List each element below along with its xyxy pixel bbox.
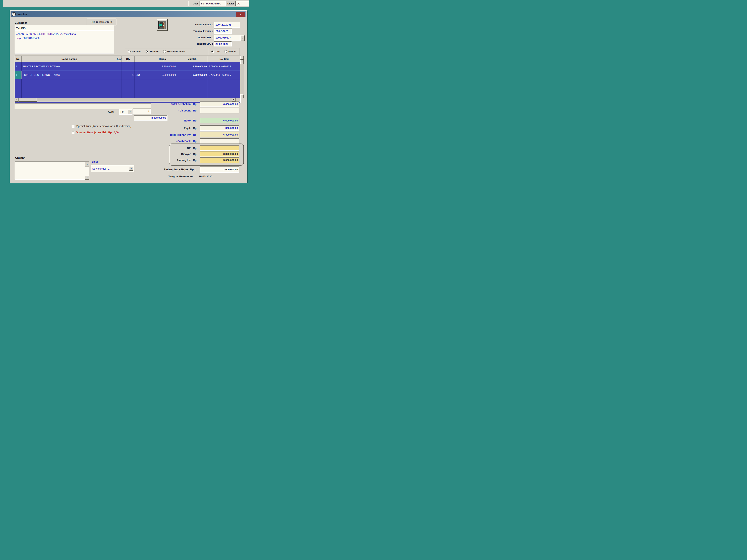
user-field[interactable]: SETYANINGSIH C (200, 1, 226, 6)
empty-cell (208, 88, 240, 98)
cell-nama[interactable]: PRINTER BROTHER DCP-T710W (22, 71, 117, 79)
radio-reseller-dealer[interactable]: Reseller/Dealer (163, 50, 185, 53)
pria-label: Pria (216, 50, 221, 53)
rp-label: Rp (193, 133, 197, 136)
hscroll-thumb[interactable] (19, 98, 37, 102)
tanggal-invoice-field[interactable]: 29-02-2020 (214, 28, 232, 34)
sales-dropdown-arrow[interactable]: ▼ (129, 167, 133, 171)
scroll-right-button[interactable]: ▶ (232, 98, 236, 102)
col-header-unit[interactable] (135, 56, 148, 62)
cell-jumlah[interactable]: 3.300.000,00 (177, 62, 208, 71)
titlebar[interactable]: C Invoice ✕ (10, 11, 246, 18)
catatan-textarea[interactable] (15, 161, 89, 180)
pria-radio-icon[interactable] (211, 50, 214, 53)
pribadi-radio-icon[interactable] (146, 50, 149, 53)
col-resize-cursor-icon: ↔ (117, 56, 121, 61)
kurs-currency-combo[interactable]: Rp ▼ (119, 109, 132, 115)
dibayar-field[interactable]: 3.300.000,00 (200, 151, 239, 157)
netto-field: 6.600.000,00 (200, 118, 239, 123)
voucher-row[interactable]: Voucher Belanja, senilai : Rp 0,00 (72, 131, 119, 134)
exit-button[interactable] (157, 19, 168, 31)
total-tagihan-label: Total Tagihan Inv (159, 133, 191, 136)
spesial-kurs-row[interactable]: Spesial Kurs (Kurs Pembayaran = Kurs Inv… (72, 125, 131, 128)
customer-label: Customer : (15, 21, 28, 24)
rp-label: Rp (193, 159, 197, 162)
nomor-invoice-field[interactable]: 139R2010235 (214, 22, 240, 28)
cell-no-selected[interactable]: 1 (15, 71, 22, 79)
table-row[interactable]: 1 PRINTER BROTHER DCP-T710W 1 3.300.000,… (15, 62, 240, 71)
scroll-up-button[interactable]: ▲ (240, 56, 244, 60)
scroll-left-button[interactable]: ◀ (15, 98, 19, 102)
table-header-row: No. Nama Barang Type Qty Harga Jumlah No… (15, 56, 240, 62)
radio-pria[interactable]: Pria (211, 50, 221, 53)
cell-qty[interactable]: 1 (122, 62, 135, 71)
tanggal-invoice-label: Tanggal Invoice : (183, 30, 213, 32)
radio-pribadi[interactable]: Pribadi (146, 50, 159, 53)
catatan-scroll-up-button[interactable]: ▲ (85, 162, 89, 166)
col-header-nama-barang[interactable]: Nama Barang (22, 56, 117, 62)
tanggal-pelunasan-value: 29-02-2020 (199, 175, 212, 178)
close-button[interactable]: ✕ (236, 12, 245, 18)
customer-address-field[interactable]: JALAN PARIK KM 4,5 GG DIRGANTARA, Yogyak… (15, 31, 114, 54)
col-header-jumlah[interactable]: Jumlah (177, 56, 208, 62)
scroll-down-button[interactable]: ▼ (240, 94, 244, 98)
wanita-radio-icon[interactable] (224, 50, 227, 53)
piutang-pajak-rp-label: Rp. : (190, 168, 196, 171)
nomor-spb-dropdown-arrow[interactable]: ▼ (240, 35, 245, 41)
cell-type[interactable] (117, 71, 122, 79)
tanggal-spb-field[interactable]: 29-02-2020 (214, 41, 232, 47)
pilih-customer-spk-button[interactable]: Pilih Customer SPK (87, 19, 116, 25)
customer-name-field[interactable]: VERINA (15, 25, 114, 31)
nomor-invoice-label: Nomor Invoice : (183, 23, 213, 26)
empty-cell (22, 88, 117, 98)
kurs-currency-value: Rp (121, 110, 128, 113)
cell-no[interactable]: 1 (15, 62, 22, 71)
cell-qty[interactable]: 1 (122, 71, 135, 79)
sales-combo[interactable]: Setyaningsih C ▼ (91, 165, 134, 172)
cell-harga[interactable]: 3.300.000,00 (148, 62, 177, 71)
discount-field[interactable] (200, 108, 239, 113)
empty-cell (177, 88, 208, 98)
voucher-checkbox[interactable] (72, 131, 75, 134)
empty-cell (117, 79, 122, 88)
col-header-qty[interactable]: Qty (122, 56, 135, 62)
radio-instansi[interactable]: Instansi (128, 50, 141, 53)
instansi-label: Instansi (132, 50, 141, 53)
instansi-radio-icon[interactable] (128, 50, 131, 53)
nomor-spb-field[interactable]: 139J2010237 (214, 35, 240, 41)
col-header-no-seri[interactable]: No. Seri (208, 56, 240, 62)
cash-back-label: - Cash Back (159, 140, 191, 142)
table-vscrollbar[interactable]: ▲ ▼ (240, 56, 244, 98)
tanggal-spb-label: Tanggal SPB : (183, 43, 213, 45)
reseller-radio-icon[interactable] (163, 50, 166, 53)
empty-cell (177, 79, 208, 88)
piutang-inv-field: 3.000.000,00 (200, 157, 239, 163)
col-header-harga[interactable]: Harga (148, 56, 177, 62)
vscroll-thumb[interactable] (240, 60, 244, 64)
cell-harga[interactable]: 3.300.000,00 (148, 71, 177, 79)
cell-unit[interactable]: Unit (135, 71, 148, 79)
item-entry-field[interactable] (15, 103, 151, 109)
cell-seri[interactable]: E78669L9H699835 (208, 71, 240, 79)
cell-nama[interactable]: PRINTER BROTHER DCP-T710W (22, 62, 117, 71)
cell-jumlah[interactable]: 3.300.000,00 (177, 71, 208, 79)
cell-unit[interactable] (135, 62, 148, 71)
gender-group: Pria Wanita (209, 48, 240, 55)
col-header-no[interactable]: No. (15, 56, 22, 62)
divisi-field[interactable]: CO (235, 1, 249, 6)
cell-type[interactable] (117, 62, 122, 71)
radio-wanita[interactable]: Wanita (224, 50, 237, 53)
kurs-rate-field[interactable]: 1 (133, 108, 151, 114)
catatan-scroll-down-button[interactable]: ▼ (85, 176, 89, 180)
empty-cell (22, 79, 117, 88)
total-pembelian-label: Total Pembelian (159, 103, 191, 106)
cash-back-field[interactable] (200, 138, 239, 144)
rp-label: Rp (193, 119, 197, 122)
empty-cell (15, 79, 22, 88)
catatan-label: Catatan (15, 156, 25, 159)
table-row[interactable]: 1 PRINTER BROTHER DCP-T710W 1 Unit 3.300… (15, 71, 240, 79)
spesial-kurs-checkbox[interactable] (72, 125, 75, 128)
kurs-dropdown-arrow[interactable]: ▼ (128, 109, 132, 114)
dp-field[interactable] (200, 145, 239, 151)
cell-seri[interactable]: E78669L9H699835 (208, 62, 240, 71)
